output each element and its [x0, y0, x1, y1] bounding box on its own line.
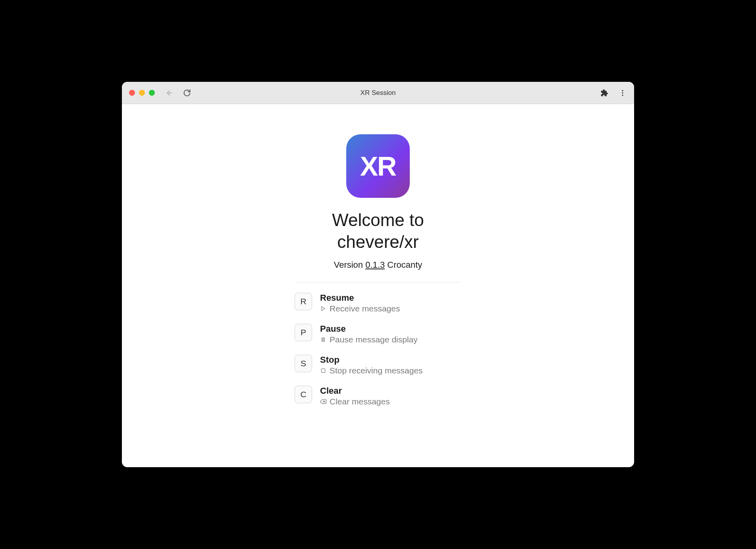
heading-line1: Welcome to: [332, 210, 424, 230]
svg-rect-5: [322, 338, 323, 341]
traffic-lights: [129, 90, 155, 96]
app-window: XR Session XR Welcome to chevere/xr Vers…: [122, 82, 634, 467]
titlebar-right: [600, 89, 627, 97]
version-codename: Crocanty: [385, 260, 422, 270]
svg-point-2: [622, 92, 623, 93]
svg-marker-4: [322, 307, 325, 311]
titlebar: XR Session: [122, 82, 634, 104]
reload-icon: [183, 89, 191, 97]
minimize-window-button[interactable]: [139, 90, 145, 96]
key-badge-r: R: [295, 293, 312, 310]
extensions-button[interactable]: [600, 89, 609, 97]
command-desc: Receive messages: [320, 304, 400, 313]
command-desc-text: Stop receiving messages: [330, 366, 423, 375]
command-desc-text: Receive messages: [330, 304, 400, 313]
command-desc: Clear messages: [320, 397, 390, 406]
welcome-heading: Welcome to chevere/xr: [332, 209, 424, 253]
version-line: Version 0.1.3 Crocanty: [334, 260, 422, 270]
command-text: Stop Stop receiving messages: [320, 355, 423, 375]
pause-icon: [320, 336, 326, 343]
heading-line2: chevere/xr: [337, 232, 418, 251]
puzzle-icon: [600, 89, 608, 97]
divider: [295, 282, 461, 282]
command-pause: P Pause Pause message display: [295, 324, 461, 344]
window-title: XR Session: [361, 89, 396, 97]
command-text: Clear Clear messages: [320, 386, 390, 406]
version-link[interactable]: 0.1.3: [365, 260, 385, 270]
command-resume: R Resume Receive messages: [295, 293, 461, 313]
command-clear: C Clear Clear messages: [295, 386, 461, 406]
play-icon: [320, 305, 326, 312]
content-area: XR Welcome to chevere/xr Version 0.1.3 C…: [122, 104, 634, 467]
command-desc: Pause message display: [320, 335, 418, 344]
reload-button[interactable]: [183, 89, 191, 97]
svg-rect-6: [324, 338, 324, 341]
menu-button[interactable]: [618, 89, 627, 97]
stop-icon: [320, 367, 326, 374]
back-button[interactable]: [165, 89, 174, 97]
command-title: Pause: [320, 324, 418, 334]
commands-list: R Resume Receive messages P Pause: [295, 293, 461, 406]
command-desc-text: Pause message display: [330, 335, 418, 344]
version-prefix: Version: [334, 260, 366, 270]
clear-icon: [320, 398, 326, 405]
close-window-button[interactable]: [129, 90, 135, 96]
svg-point-1: [622, 90, 623, 91]
arrow-left-icon: [166, 89, 174, 97]
command-text: Pause Pause message display: [320, 324, 418, 344]
svg-point-3: [622, 95, 623, 96]
nav-buttons: [165, 89, 191, 97]
command-title: Resume: [320, 293, 400, 303]
maximize-window-button[interactable]: [149, 90, 155, 96]
key-badge-s: S: [295, 355, 312, 372]
command-title: Clear: [320, 386, 390, 396]
key-badge-c: C: [295, 386, 312, 403]
logo-text: XR: [360, 151, 396, 182]
command-stop: S Stop Stop receiving messages: [295, 355, 461, 375]
command-text: Resume Receive messages: [320, 293, 400, 313]
command-desc-text: Clear messages: [330, 397, 390, 406]
app-logo: XR: [346, 134, 410, 198]
svg-rect-7: [321, 369, 325, 372]
key-badge-p: P: [295, 324, 312, 341]
command-desc: Stop receiving messages: [320, 366, 423, 375]
command-title: Stop: [320, 355, 423, 365]
dots-vertical-icon: [619, 89, 627, 97]
